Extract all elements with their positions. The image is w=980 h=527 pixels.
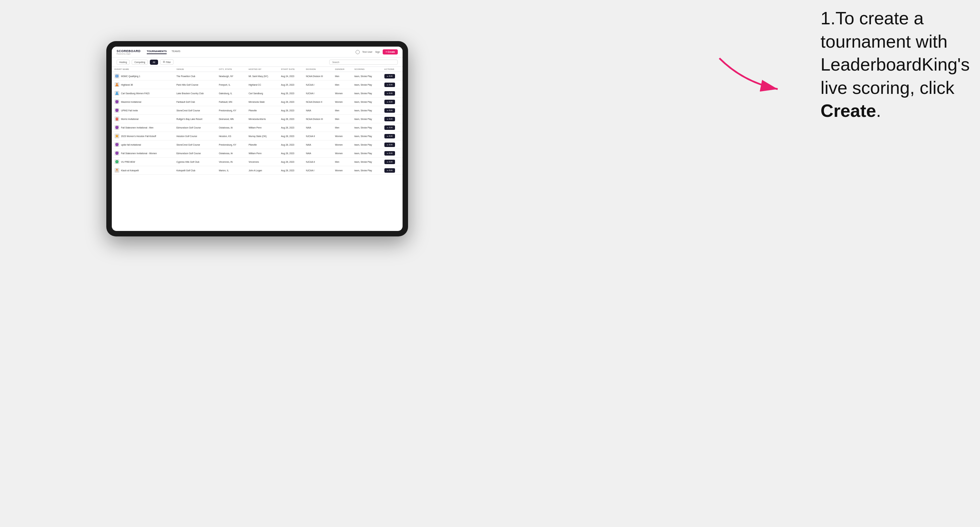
table-row: Highland 36 Park Hills Golf Course Freep…	[112, 81, 402, 89]
edit-button[interactable]: ✏ Edit	[384, 117, 395, 121]
table-row: Maverick Invitational Faribault Golf Clu…	[112, 98, 402, 106]
cell-hosted-by: Murray State (OK)	[246, 132, 278, 140]
cell-hosted-by: Carl Sandburg	[246, 89, 278, 98]
col-division: DIVISION	[303, 67, 332, 72]
edit-icon: ✏	[387, 144, 388, 146]
cell-division: NCAA Division III	[303, 72, 332, 81]
cell-start-date: Aug 28, 2023	[278, 149, 304, 158]
annotation-text: 1.To create a tournament with Leaderboar…	[821, 7, 970, 123]
search-input[interactable]	[329, 60, 398, 65]
edit-button[interactable]: ✏ Edit	[384, 108, 395, 113]
team-logo	[115, 151, 119, 156]
nav-tab-tournaments[interactable]: TOURNAMENTS	[147, 50, 167, 54]
col-scoring: SCORING	[352, 67, 381, 72]
edit-button[interactable]: ✏ Edit	[384, 151, 395, 156]
edit-icon: ✏	[387, 169, 388, 171]
cell-city-state: Vincennes, IN	[216, 158, 246, 166]
cell-gender: Men	[332, 115, 352, 123]
cell-venue: Cypress Hills Golf Club	[173, 158, 216, 166]
cell-actions: ✏ Edit	[382, 98, 402, 106]
cell-start-date: Aug 28, 2023	[278, 106, 304, 115]
cell-actions: ✏ Edit	[382, 166, 402, 175]
cell-actions: ✏ Edit	[382, 140, 402, 149]
cell-venue: Lake Bracken Country Club	[173, 89, 216, 98]
cell-venue: Faribault Golf Club	[173, 98, 216, 106]
cell-actions: ✏ Edit	[382, 149, 402, 158]
cell-gender: Women	[332, 140, 352, 149]
create-button[interactable]: + Create	[383, 49, 398, 54]
all-filter[interactable]: All	[150, 60, 158, 65]
cell-gender: Men	[332, 72, 352, 81]
cell-division: NAIA	[303, 106, 332, 115]
cell-scoring: team, Stroke Play	[352, 149, 381, 158]
edit-button[interactable]: ✏ Edit	[384, 83, 395, 87]
edit-button[interactable]: ✏ Edit	[384, 91, 395, 95]
cell-actions: ✏ Edit	[382, 132, 402, 140]
cell-start-date: Aug 26, 2023	[278, 89, 304, 98]
cell-venue: Kokopelli Golf Club	[173, 166, 216, 175]
edit-icon: ✏	[387, 118, 388, 120]
svg-point-4	[116, 92, 118, 94]
table-row: Fall Statesmen Invitational - Men Edmund…	[112, 123, 402, 132]
cell-venue: The Powelton Club	[173, 72, 216, 81]
competing-filter[interactable]: Competing	[132, 60, 148, 65]
cell-city-state: Oskaloosa, IA	[216, 149, 246, 158]
cell-city-state: Prestonsburg, KY	[216, 106, 246, 115]
events-table: EVENT NAME VENUE CITY, STATE HOSTED BY S…	[112, 67, 402, 175]
cell-actions: ✏ Edit	[382, 89, 402, 98]
col-start-date: START DATE	[278, 67, 304, 72]
edit-button[interactable]: ✏ Edit	[384, 143, 395, 147]
filter-icon: ☰	[163, 61, 165, 63]
cell-scoring: team, Stroke Play	[352, 158, 381, 166]
settings-icon[interactable]	[356, 50, 360, 54]
annotation-cta: Create	[821, 101, 876, 121]
cell-start-date: Aug 28, 2023	[278, 98, 304, 106]
table-row: 2023 Women's Hesston Fall Kickoff Hessto…	[112, 132, 402, 140]
team-logo	[115, 99, 119, 104]
cell-city-state: Oskaloosa, IA	[216, 123, 246, 132]
cell-venue: StoneCrest Golf Course	[173, 140, 216, 149]
edit-button[interactable]: ✏ Edit	[384, 125, 395, 130]
user-label: Test User	[363, 51, 373, 53]
edit-button[interactable]: ✏ Edit	[384, 134, 395, 138]
cell-city-state: Freeport, IL	[216, 81, 246, 89]
cell-actions: ✏ Edit	[382, 158, 402, 166]
top-bar-right: Test User Sign + Create	[356, 49, 398, 54]
cell-city-state: Faribault, MN	[216, 98, 246, 106]
cell-start-date: Aug 25, 2023	[278, 81, 304, 89]
col-hosted-by: HOSTED BY	[246, 67, 278, 72]
cell-division: NJCAA II	[303, 158, 332, 166]
edit-icon: ✏	[387, 101, 388, 103]
cell-city-state: Newburgh, NY	[216, 72, 246, 81]
cell-actions: ✏ Edit	[382, 115, 402, 123]
edit-icon: ✏	[387, 92, 388, 95]
cell-event-name: Morris Invitational	[112, 115, 173, 123]
nav-tab-teams[interactable]: TEAMS	[172, 50, 180, 54]
filter-button[interactable]: ☰ Filter	[160, 59, 173, 65]
edit-button[interactable]: ✏ Edit	[384, 74, 395, 78]
table-row: MSMC Qualifying 1 The Powelton Club Newb…	[112, 72, 402, 81]
cell-hosted-by: Pikeville	[246, 140, 278, 149]
cell-division: NCAA Division II	[303, 98, 332, 106]
cell-gender: Women	[332, 149, 352, 158]
tablet-screen: SCOREBOARD Powered by clippit TOURNAMENT…	[112, 47, 402, 231]
table-row: Fall Statesmen Invitational - Women Edmu…	[112, 149, 402, 158]
team-logo	[115, 74, 119, 78]
cell-division: NAIA	[303, 149, 332, 158]
sign-label[interactable]: Sign	[375, 51, 380, 53]
cell-event-name: 2023 Women's Hesston Fall Kickoff	[112, 132, 173, 140]
cell-city-state: Hesston, KS	[216, 132, 246, 140]
edit-button[interactable]: ✏ Edit	[384, 100, 395, 104]
cell-hosted-by: Minnesota-Morris	[246, 115, 278, 123]
edit-button[interactable]: ✏ Edit	[384, 168, 395, 173]
cell-event-name: upike fall invitational	[112, 140, 173, 149]
cell-event-name: Maverick Invitational	[112, 98, 173, 106]
cell-start-date: Aug 28, 2023	[278, 115, 304, 123]
edit-button[interactable]: ✏ Edit	[384, 160, 395, 164]
team-logo	[115, 125, 119, 130]
hosting-filter[interactable]: Hosting	[116, 60, 130, 65]
svg-marker-7	[115, 134, 119, 138]
cell-scoring: team, Stroke Play	[352, 89, 381, 98]
cell-hosted-by: William Penn	[246, 123, 278, 132]
cell-event-name: Highland 36	[112, 81, 173, 89]
